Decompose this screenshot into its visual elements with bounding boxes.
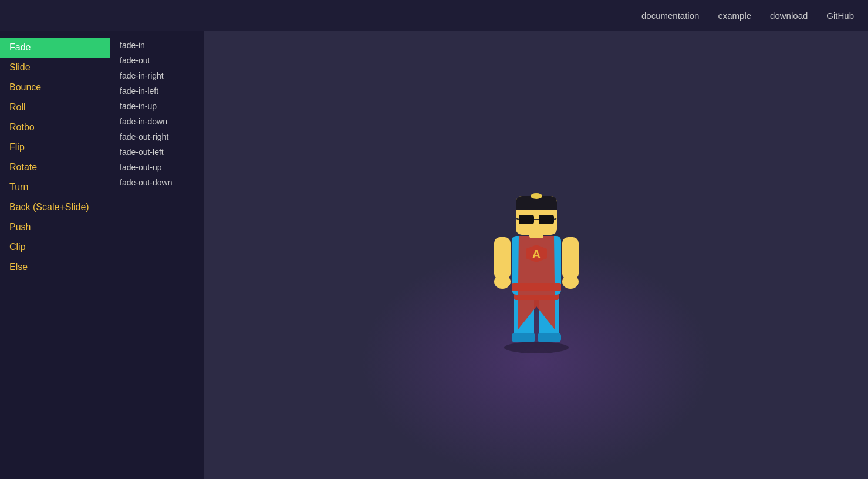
sidebar-item-else[interactable]: Else xyxy=(0,257,110,277)
sidebar-item-clip[interactable]: Clip xyxy=(0,237,110,257)
svg-rect-4 xyxy=(538,333,561,342)
submenu-item-fade-out-up[interactable]: fade-out-up xyxy=(110,160,204,175)
svg-point-14 xyxy=(562,275,579,289)
sidebar-item-turn[interactable]: Turn xyxy=(0,177,110,197)
svg-point-24 xyxy=(531,193,542,199)
svg-point-12 xyxy=(494,275,511,289)
submenu-item-fade-in[interactable]: fade-in xyxy=(110,38,204,53)
svg-rect-11 xyxy=(494,237,511,279)
sidebar-item-slide[interactable]: Slide xyxy=(0,58,110,77)
sidebar-item-rotate[interactable]: Rotate xyxy=(0,157,110,177)
nav-example[interactable]: example xyxy=(718,11,751,21)
svg-text:A: A xyxy=(532,248,540,261)
svg-rect-18 xyxy=(516,203,557,210)
submenu-item-fade-out-left[interactable]: fade-out-left xyxy=(110,144,204,160)
sidebar-item-back--scale-slide-[interactable]: Back (Scale+Slide) xyxy=(0,197,110,217)
svg-point-0 xyxy=(504,342,569,353)
sidebar-item-fade[interactable]: Fade xyxy=(0,38,110,58)
submenu-item-fade-in-right[interactable]: fade-in-right xyxy=(110,68,204,83)
svg-rect-20 xyxy=(539,215,554,224)
svg-rect-3 xyxy=(512,333,535,342)
submenu-item-fade-in-down[interactable]: fade-in-down xyxy=(110,114,204,129)
sidebar-item-push[interactable]: Push xyxy=(0,217,110,237)
nav-github[interactable]: GitHub xyxy=(826,11,854,21)
svg-rect-8 xyxy=(512,283,561,291)
sidebar: FadeSlideBounceRollRotboFlipRotateTurnBa… xyxy=(0,31,110,479)
submenu-item-fade-out-down[interactable]: fade-out-down xyxy=(110,175,204,190)
nav-download[interactable]: download xyxy=(770,11,808,21)
sidebar-item-bounce[interactable]: Bounce xyxy=(0,77,110,97)
submenu-item-fade-in-up[interactable]: fade-in-up xyxy=(110,99,204,114)
submenu-item-fade-out[interactable]: fade-out xyxy=(110,53,204,68)
submenu-item-fade-in-left[interactable]: fade-in-left xyxy=(110,83,204,99)
svg-rect-19 xyxy=(519,215,534,224)
sidebar-item-rotbo[interactable]: Rotbo xyxy=(0,117,110,137)
content-area: A xyxy=(204,31,868,479)
sidebar-item-roll[interactable]: Roll xyxy=(0,97,110,117)
nav-documentation[interactable]: documentation xyxy=(641,11,699,21)
submenu: fade-infade-outfade-in-rightfade-in-left… xyxy=(110,31,204,479)
submenu-item-fade-out-right[interactable]: fade-out-right xyxy=(110,129,204,144)
svg-rect-13 xyxy=(562,237,579,279)
main-nav: documentation example download GitHub xyxy=(641,11,854,21)
sidebar-item-flip[interactable]: Flip xyxy=(0,137,110,157)
lego-figure: A xyxy=(478,154,595,356)
